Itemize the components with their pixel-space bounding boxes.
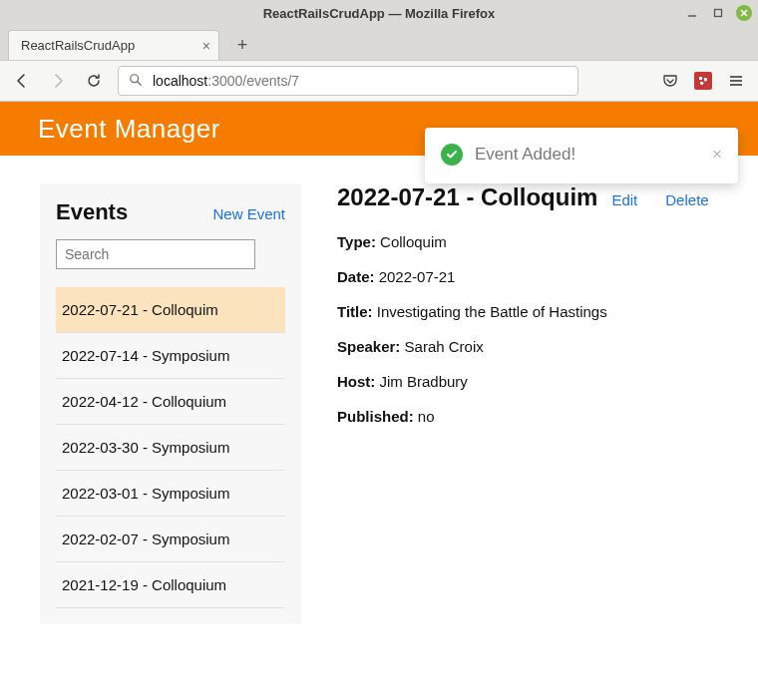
url-path: :3000/events/7 <box>207 73 299 89</box>
detail-row-host: Host: Jim Bradbury <box>337 373 736 390</box>
window-controls <box>684 0 752 26</box>
new-tab-button[interactable]: + <box>227 30 257 60</box>
app-title: Event Manager <box>38 114 220 145</box>
detail-value: Jim Bradbury <box>380 373 468 390</box>
window-minimize-button[interactable] <box>684 5 700 21</box>
detail-value: Sarah Croix <box>405 338 484 355</box>
search-input[interactable] <box>56 239 255 269</box>
url-text: localhost:3000/events/7 <box>153 73 299 89</box>
detail-row-speaker: Speaker: Sarah Croix <box>337 338 736 355</box>
window-titlebar: ReactRailsCrudApp — Mozilla Firefox <box>0 0 758 26</box>
toast-notification: Event Added! × <box>425 128 738 183</box>
sidebar-title: Events <box>56 199 128 225</box>
reload-button[interactable] <box>82 69 106 93</box>
svg-rect-1 <box>715 10 722 17</box>
back-button[interactable] <box>10 69 34 93</box>
detail-row-title: Title: Investigating the Battle of Hasti… <box>337 303 736 320</box>
detail-value: Investigating the Battle of Hastings <box>377 303 607 320</box>
app-body: Events New Event 2022-07-21 - Colloquim … <box>0 156 758 646</box>
event-list: 2022-07-21 - Colloquim 2022-07-14 - Symp… <box>56 287 285 608</box>
detail-value: no <box>418 408 435 425</box>
detail-row-published: Published: no <box>337 408 736 425</box>
edit-link[interactable]: Edit <box>611 191 637 208</box>
toast-message: Event Added! <box>475 145 575 165</box>
window-maximize-button[interactable] <box>710 5 726 21</box>
search-icon <box>129 73 143 90</box>
forward-button[interactable] <box>46 69 70 93</box>
toast-close-icon[interactable]: × <box>712 145 722 165</box>
detail-row-date: Date: 2022-07-21 <box>337 268 736 285</box>
extension-icon[interactable] <box>694 72 712 90</box>
window-close-button[interactable] <box>736 5 752 21</box>
hamburger-menu-icon[interactable] <box>724 69 748 93</box>
list-item[interactable]: 2022-03-30 - Symposium <box>56 425 285 471</box>
new-event-link[interactable]: New Event <box>212 205 285 222</box>
tabstrip: ReactRailsCrudApp × + <box>0 26 758 60</box>
detail-label: Type: <box>337 233 376 250</box>
detail-heading: 2022-07-21 - Colloquim <box>337 183 597 211</box>
check-icon <box>441 144 463 166</box>
url-host: localhost <box>153 73 207 89</box>
tab-close-icon[interactable]: × <box>202 38 210 54</box>
delete-link[interactable]: Delete <box>665 191 708 208</box>
detail-label: Published: <box>337 408 414 425</box>
tab-title: ReactRailsCrudApp <box>21 38 194 53</box>
detail-value: 2022-07-21 <box>379 268 456 285</box>
list-item[interactable]: 2022-02-07 - Symposium <box>56 517 285 562</box>
list-item[interactable]: 2022-04-12 - Colloquium <box>56 379 285 425</box>
list-item[interactable]: 2022-07-14 - Symposium <box>56 333 285 379</box>
main-content: 2022-07-21 - Colloquim Edit Delete Type:… <box>337 183 736 443</box>
list-item[interactable]: 2022-07-21 - Colloquim <box>56 287 285 333</box>
sidebar: Events New Event 2022-07-21 - Colloquim … <box>40 183 301 624</box>
detail-row-type: Type: Colloquim <box>337 233 736 250</box>
pocket-icon[interactable] <box>658 69 682 93</box>
window-title: ReactRailsCrudApp — Mozilla Firefox <box>0 6 758 21</box>
detail-label: Speaker: <box>337 338 400 355</box>
detail-heading-row: 2022-07-21 - Colloquim Edit Delete <box>337 183 736 211</box>
list-item[interactable]: 2022-03-01 - Symposium <box>56 471 285 517</box>
sidebar-header: Events New Event <box>56 199 285 225</box>
list-item[interactable]: 2021-12-19 - Colloquium <box>56 562 285 608</box>
nav-toolbar: localhost:3000/events/7 <box>0 60 758 102</box>
toolbar-right <box>658 69 748 93</box>
detail-label: Host: <box>337 373 375 390</box>
detail-value: Colloquim <box>380 233 447 250</box>
browser-tab[interactable]: ReactRailsCrudApp × <box>8 30 219 60</box>
detail-label: Title: <box>337 303 373 320</box>
detail-label: Date: <box>337 268 375 285</box>
url-bar[interactable]: localhost:3000/events/7 <box>118 66 578 96</box>
svg-line-5 <box>138 81 142 85</box>
